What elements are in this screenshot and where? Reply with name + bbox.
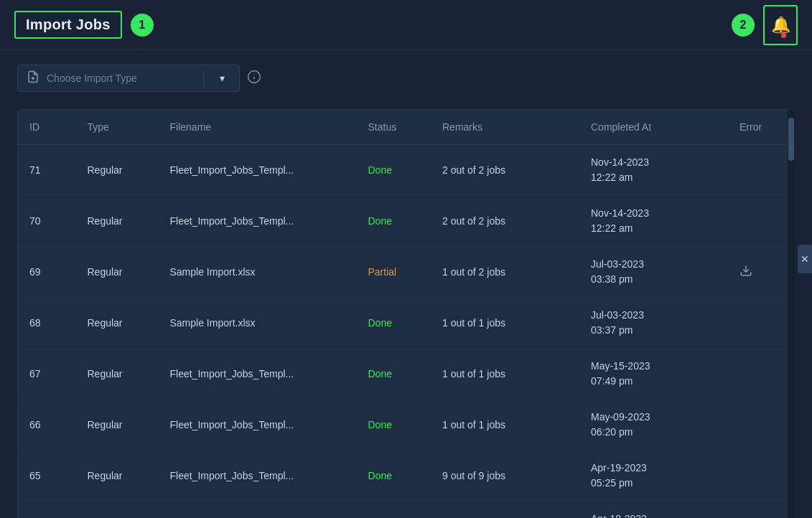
table-row: 67 Regular Fleet_Import_Jobs_Templ... Do… bbox=[18, 349, 794, 400]
badge-2: 2 bbox=[732, 14, 755, 37]
top-bar: Import Jobs 1 2 🔔 bbox=[0, 0, 812, 50]
cell-type: Regular bbox=[76, 451, 159, 501]
cell-completed: Nov-14-202312:22 am bbox=[579, 145, 728, 196]
error-empty-cell bbox=[728, 145, 794, 196]
cell-id: 64 bbox=[18, 501, 76, 519]
cell-type: Regular bbox=[76, 196, 159, 247]
cell-remarks: 1 out of 1 jobs bbox=[431, 349, 579, 400]
cell-remarks: 1 out of 1 jobs bbox=[431, 400, 579, 451]
cell-completed: Apr-19-202305:25 pm bbox=[579, 451, 728, 501]
cell-id: 69 bbox=[18, 247, 76, 298]
cell-type: Regular bbox=[76, 349, 159, 400]
scrollbar-track[interactable] bbox=[788, 109, 795, 518]
cell-id: 71 bbox=[18, 145, 76, 196]
status-badge: Done bbox=[368, 317, 392, 329]
cell-id: 66 bbox=[18, 400, 76, 451]
cell-completed: Jul-03-202303:37 pm bbox=[579, 298, 728, 349]
cell-status: Done bbox=[357, 400, 431, 451]
cell-id: 65 bbox=[18, 451, 76, 501]
cell-status: Done bbox=[357, 145, 431, 196]
col-header-remarks: Remarks bbox=[431, 110, 579, 145]
cell-id: 67 bbox=[18, 349, 76, 400]
col-header-id: ID bbox=[18, 110, 76, 145]
import-type-icon bbox=[27, 70, 39, 86]
cell-type: Regular bbox=[76, 400, 159, 451]
cell-type: Regular bbox=[76, 298, 159, 349]
table-row: 69 Regular Sample Import.xlsx Partial 1 … bbox=[18, 247, 794, 298]
table-row: 71 Regular Fleet_Import_Jobs_Templ... Do… bbox=[18, 145, 794, 196]
cell-remarks: 2 out of 2 jobs bbox=[431, 145, 579, 196]
selector-divider bbox=[203, 70, 204, 87]
cell-type: Regular bbox=[76, 501, 159, 519]
cell-status: Done bbox=[357, 349, 431, 400]
cell-remarks: 1 out of 2 jobs bbox=[431, 247, 579, 298]
download-icon[interactable] bbox=[739, 265, 752, 280]
cell-filename: Fleet_Import_Jobs_Templ... bbox=[159, 501, 357, 519]
status-badge: Done bbox=[368, 368, 392, 380]
table-row: 66 Regular Fleet_Import_Jobs_Templ... Do… bbox=[18, 400, 794, 451]
cell-status: Done bbox=[357, 298, 431, 349]
col-header-error: Error bbox=[728, 110, 794, 145]
cell-remarks: 2 out of 2 jobs bbox=[431, 196, 579, 247]
table-row: 70 Regular Fleet_Import_Jobs_Templ... Do… bbox=[18, 196, 794, 247]
top-left: Import Jobs 1 bbox=[14, 11, 154, 39]
col-header-completed: Completed At bbox=[579, 110, 728, 145]
error-empty-cell bbox=[728, 501, 794, 519]
cell-type: Regular bbox=[76, 247, 159, 298]
cell-completed: Jul-03-202303:38 pm bbox=[579, 247, 728, 298]
table-row: 68 Regular Sample Import.xlsx Done 1 out… bbox=[18, 298, 794, 349]
cell-status: Partial bbox=[357, 247, 431, 298]
scrollbar-thumb bbox=[788, 118, 794, 161]
cell-status: Done bbox=[357, 196, 431, 247]
table-header-row: ID Type Filename Status Remarks Complete… bbox=[18, 110, 794, 145]
import-type-chevron[interactable]: ▾ bbox=[214, 70, 230, 87]
badge-1: 1 bbox=[131, 14, 154, 37]
cell-remarks: 1 out of 1 jobs bbox=[431, 298, 579, 349]
top-right: 2 🔔 bbox=[732, 5, 798, 45]
cell-filename: Fleet_Import_Jobs_Templ... bbox=[159, 400, 357, 451]
cell-filename: Fleet_Import_Jobs_Templ... bbox=[159, 451, 357, 501]
col-header-type: Type bbox=[76, 110, 159, 145]
error-empty-cell bbox=[728, 196, 794, 247]
cell-type: Regular bbox=[76, 145, 159, 196]
error-empty-cell bbox=[728, 451, 794, 501]
status-badge: Done bbox=[368, 419, 392, 430]
cell-filename: Fleet_Import_Jobs_Templ... bbox=[159, 196, 357, 247]
import-type-row: Choose Import Type ▾ bbox=[17, 65, 795, 92]
status-badge: Partial bbox=[368, 266, 397, 278]
cell-remarks: 9 out of 9 jobs bbox=[431, 451, 579, 501]
side-expand-handle[interactable]: ✕ bbox=[798, 245, 812, 273]
cell-id: 68 bbox=[18, 298, 76, 349]
status-badge: Done bbox=[368, 470, 392, 481]
error-empty-cell bbox=[728, 298, 794, 349]
cell-id: 70 bbox=[18, 196, 76, 247]
notification-dot bbox=[781, 33, 786, 38]
info-button[interactable] bbox=[247, 70, 261, 87]
cell-status: Done bbox=[357, 501, 431, 519]
import-jobs-table: ID Type Filename Status Remarks Complete… bbox=[17, 109, 795, 518]
cell-filename: Fleet_Import_Jobs_Templ... bbox=[159, 349, 357, 400]
import-type-placeholder: Choose Import Type bbox=[47, 72, 193, 84]
table-wrapper: ID Type Filename Status Remarks Complete… bbox=[17, 109, 795, 518]
col-header-status: Status bbox=[357, 110, 431, 145]
error-download-cell[interactable] bbox=[728, 247, 794, 298]
error-empty-cell bbox=[728, 400, 794, 451]
table-row: 64 Regular Fleet_Import_Jobs_Templ... Do… bbox=[18, 501, 794, 519]
main-content: Choose Import Type ▾ ID Type Filename St… bbox=[0, 50, 812, 518]
status-badge: Done bbox=[368, 215, 392, 227]
cell-completed: Nov-14-202312:22 am bbox=[579, 196, 728, 247]
notification-bell-button[interactable]: 🔔 bbox=[763, 5, 798, 45]
cell-completed: May-09-202306:20 pm bbox=[579, 400, 728, 451]
cell-completed: Apr-18-202302:50 pm bbox=[579, 501, 728, 519]
col-header-filename: Filename bbox=[159, 110, 357, 145]
status-badge: Done bbox=[368, 164, 392, 176]
cell-filename: Sample Import.xlsx bbox=[159, 298, 357, 349]
cell-status: Done bbox=[357, 451, 431, 501]
error-empty-cell bbox=[728, 349, 794, 400]
page-title: Import Jobs bbox=[14, 11, 122, 39]
cell-filename: Fleet_Import_Jobs_Templ... bbox=[159, 145, 357, 196]
import-type-selector[interactable]: Choose Import Type ▾ bbox=[17, 65, 240, 92]
bell-icon: 🔔 bbox=[771, 16, 790, 34]
cell-filename: Sample Import.xlsx bbox=[159, 247, 357, 298]
cell-remarks: 9 out of 9 jobs bbox=[431, 501, 579, 519]
